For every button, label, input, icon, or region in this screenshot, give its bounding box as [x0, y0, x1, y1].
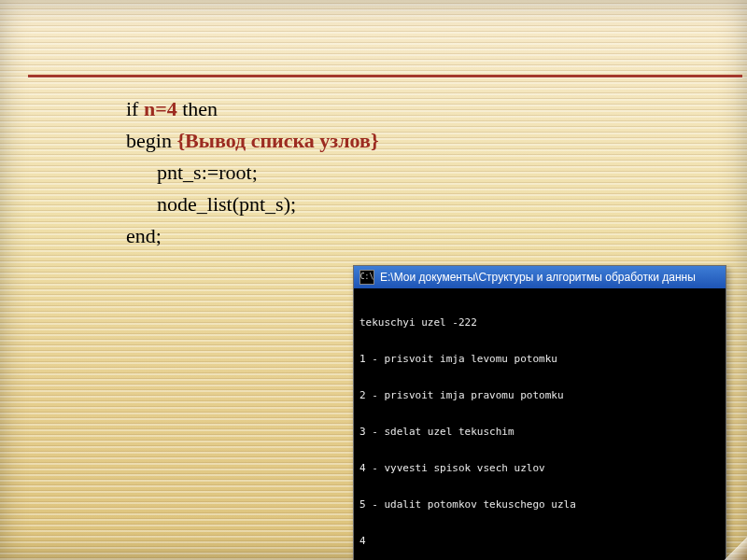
console-line: 3 - sdelat uzel tekuschim — [359, 426, 720, 438]
code-text: then — [177, 97, 218, 120]
console-line: 5 - udalit potomkov tekuschego uzla — [359, 498, 720, 511]
console-window: C:\ E:\Мои документы\Структуры и алгорит… — [353, 265, 726, 560]
console-title: E:\Мои документы\Структуры и алгоритмы о… — [380, 271, 696, 284]
console-line: 4 - vyvesti spisok vsech uzlov — [359, 462, 720, 474]
page-corner-fold — [725, 538, 747, 560]
slide: if n=4 then begin {Вывод списка узлов} p… — [0, 0, 747, 560]
header-rule — [28, 75, 742, 77]
code-text: begin — [126, 129, 176, 152]
console-titlebar: C:\ E:\Мои документы\Структуры и алгорит… — [354, 266, 726, 288]
console-line: 4 — [359, 535, 720, 547]
code-line-3: pnt_s:=root; — [126, 157, 710, 189]
console-line: tekuschyi uzel -222 — [359, 316, 720, 329]
code-line-1: if n=4 then — [126, 93, 710, 125]
cmd-icon-text: C:\ — [360, 273, 374, 281]
console-body: tekuschyi uzel -222 1 - prisvoit imja le… — [354, 288, 726, 560]
code-block: if n=4 then begin {Вывод списка узлов} p… — [126, 93, 710, 252]
code-line-2: begin {Вывод списка узлов} — [126, 125, 710, 157]
code-text: if — [126, 97, 144, 120]
console-line: 1 - prisvoit imja levomu potomku — [359, 353, 720, 365]
code-line-4: node_list(pnt_s); — [126, 189, 710, 220]
code-comment: {Вывод списка узлов} — [176, 129, 378, 152]
console-line: 2 - prisvoit imja pravomu potomku — [359, 389, 720, 401]
cmd-icon: C:\ — [359, 270, 374, 285]
code-keyword-n4: n=4 — [144, 97, 177, 120]
code-line-5: end; — [126, 220, 710, 252]
